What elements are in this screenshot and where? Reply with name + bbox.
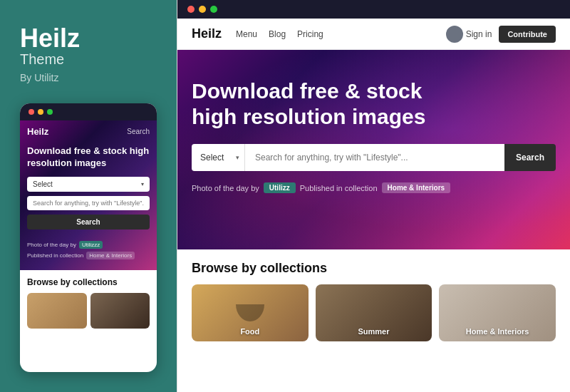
brand-subtitle: Theme [20, 51, 157, 68]
desktop-preview: Heilz Menu Blog Pricing Sign in Contribu… [177, 0, 570, 392]
left-panel: Heilz Theme By Utilitz Heilz Search Down… [0, 0, 177, 392]
desktop-collection-food[interactable]: Food [192, 284, 309, 341]
desktop-contribute-button[interactable]: Contribute [499, 26, 556, 43]
desktop-credit-prefix: Photo of the day by [192, 184, 259, 192]
desktop-nav-pricing[interactable]: Pricing [297, 29, 323, 39]
mobile-credit-prefix: Photo of the day by [27, 242, 76, 248]
mobile-search-input[interactable] [27, 196, 150, 210]
desktop-search-input[interactable] [245, 144, 504, 171]
desktop-credit-tag: Home & Interiors [382, 182, 451, 193]
mobile-nav-logo: Heilz [27, 126, 48, 137]
collection-summer-label: Summer [316, 327, 432, 336]
mobile-credit-user: Utilizzz [79, 241, 103, 249]
brand-title: Heilz [20, 26, 157, 51]
desktop-search-button[interactable]: Search [504, 144, 556, 171]
mobile-collection-food [27, 293, 87, 329]
mobile-content: Heilz Search Download free & stock high … [20, 120, 157, 372]
desktop-nav-logo: Heilz [192, 26, 222, 41]
bowl-icon [236, 304, 264, 321]
desktop-nav-links: Menu Blog Pricing [236, 29, 323, 39]
desktop-credit-user: Utilizz [264, 182, 296, 193]
desktop-collection-home[interactable]: Home & Interiors [439, 284, 556, 341]
mobile-search-bar: Select ▾ Search [27, 177, 150, 229]
right-panel: Heilz Menu Blog Pricing Sign in Contribu… [177, 0, 570, 392]
avatar-icon [446, 26, 463, 43]
desktop-dot-red [187, 6, 195, 13]
desktop-dot-green [210, 6, 217, 13]
collection-food-label: Food [192, 327, 309, 336]
desktop-collection-summer[interactable]: Summer [316, 284, 432, 341]
mobile-preview: Heilz Search Download free & stock high … [20, 103, 157, 372]
desktop-nav-blog[interactable]: Blog [269, 29, 286, 39]
desktop-collections: Browse by collections Food Summer Home &… [177, 249, 570, 392]
mobile-photo-credit: Photo of the day by Utilizzz Published i… [20, 237, 157, 264]
desktop-collection-grid: Food Summer Home & Interiors [192, 284, 556, 341]
collection-home-label: Home & Interiors [439, 327, 556, 336]
mobile-collections: Browse by collections [20, 270, 157, 336]
mobile-select[interactable]: Select [27, 177, 150, 192]
mobile-nav: Heilz Search [20, 120, 157, 143]
brand-by: By Utilitz [20, 72, 157, 83]
desktop-select-wrapper: Select ▾ [192, 144, 245, 171]
mobile-collection-images [27, 293, 150, 329]
mobile-credit-tag: Home & Interiors [86, 252, 135, 259]
desktop-nav-left: Heilz Menu Blog Pricing [192, 26, 323, 41]
desktop-content: Heilz Menu Blog Pricing Sign in Contribu… [177, 19, 570, 392]
mobile-select-wrapper: Select ▾ [27, 177, 150, 192]
desktop-signin-label: Sign in [466, 29, 492, 39]
desktop-signin[interactable]: Sign in [446, 26, 492, 43]
mobile-collections-title: Browse by collections [27, 277, 150, 287]
mobile-collection-summer [90, 293, 150, 329]
desktop-nav-right: Sign in Contribute [446, 26, 556, 43]
mobile-nav-search: Search [127, 128, 150, 135]
desktop-titlebar [177, 0, 570, 19]
desktop-hero-title: Download free & stock high resolution im… [192, 78, 477, 130]
mobile-titlebar [20, 103, 157, 120]
mobile-dot-red [28, 109, 34, 115]
mobile-hero-text: Download free & stock high resolution im… [20, 143, 157, 237]
mobile-credit-middle: Published in collection [27, 252, 83, 259]
desktop-nav-menu[interactable]: Menu [236, 29, 257, 39]
mobile-search-button[interactable]: Search [27, 215, 150, 229]
mobile-dot-yellow [38, 109, 43, 115]
mobile-hero: Heilz Search Download free & stock high … [20, 120, 157, 270]
mobile-hero-title: Download free & stock high resolution im… [27, 145, 150, 170]
desktop-search-row: Select ▾ Search [192, 144, 556, 171]
desktop-hero: Download free & stock high resolution im… [177, 50, 570, 249]
desktop-credit-middle: Published in collection [300, 184, 378, 192]
desktop-dot-yellow [199, 6, 206, 13]
mobile-dot-green [47, 109, 53, 115]
desktop-collections-title: Browse by collections [192, 261, 556, 276]
desktop-select[interactable]: Select [192, 144, 245, 171]
desktop-photo-credit: Photo of the day by Utilizz Published in… [192, 182, 556, 193]
desktop-site-nav: Heilz Menu Blog Pricing Sign in Contribu… [177, 19, 570, 50]
